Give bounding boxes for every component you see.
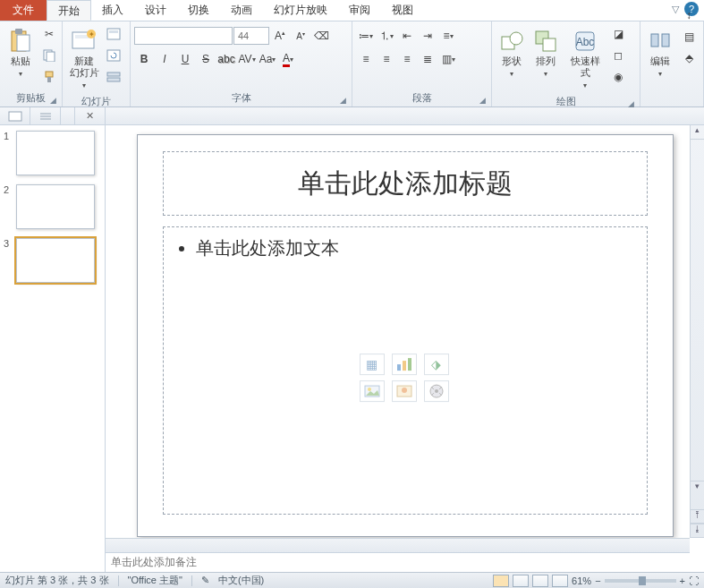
tab-animation[interactable]: 动画 (220, 0, 263, 21)
underline-button[interactable]: U (175, 49, 195, 69)
content-placeholder[interactable]: 单击此处添加文本 ▦ ⬗ (163, 226, 648, 515)
insert-smartart-icon[interactable]: ⬗ (424, 354, 449, 375)
paragraph-dialog-icon[interactable]: ◢ (479, 96, 486, 105)
tab-slideshow[interactable]: 幻灯片放映 (263, 0, 338, 21)
underline-icon: U (182, 53, 190, 65)
slide-canvas[interactable]: 单击此处添加标题 单击此处添加文本 ▦ ⬗ (137, 134, 674, 537)
outline-tab[interactable] (30, 107, 61, 124)
zoom-out-button[interactable]: − (595, 575, 600, 586)
group-drawing: 形状▾ 排列▾ Abc 快速样式▾ ◪ ◻ ◉ 绘图◢ (492, 21, 640, 107)
clipboard-dialog-icon[interactable]: ◢ (50, 96, 56, 105)
svg-rect-4 (47, 52, 55, 62)
insert-chart-icon[interactable] (392, 354, 417, 375)
line-spacing-button[interactable]: ≡▾ (438, 26, 458, 46)
status-language[interactable]: 中文(中国) (218, 574, 264, 587)
insert-table-icon[interactable]: ▦ (360, 354, 385, 375)
italic-button[interactable]: I (155, 49, 174, 69)
scroll-up-icon[interactable]: ▴ (691, 125, 704, 140)
spellcheck-icon[interactable]: ✎ (201, 575, 209, 586)
font-dialog-icon[interactable]: ◢ (340, 96, 346, 105)
shadow-button[interactable]: abc (216, 49, 236, 69)
font-color-button[interactable]: A▾ (278, 49, 298, 69)
strike-button[interactable]: S (196, 49, 216, 69)
tab-review[interactable]: 审阅 (338, 0, 381, 21)
align-text-button[interactable]: ▤ (679, 27, 699, 47)
thumbnail-3[interactable]: 3 (4, 238, 101, 283)
normal-view-button[interactable] (493, 575, 509, 587)
zoom-in-button[interactable]: + (680, 575, 685, 586)
sorter-view-button[interactable] (513, 575, 529, 587)
svg-rect-24 (9, 112, 21, 121)
effects-icon: ◉ (614, 71, 623, 83)
shadow-icon: abc (217, 53, 234, 65)
reading-view-button[interactable] (532, 575, 548, 587)
title-placeholder[interactable]: 单击此处添加标题 (163, 151, 648, 216)
thumbnail-1[interactable]: 1 (4, 131, 101, 175)
minimize-ribbon-icon[interactable]: ▽ (672, 4, 679, 15)
paste-button[interactable]: 粘贴▾ (4, 24, 38, 82)
zoom-percent[interactable]: 61% (572, 575, 591, 586)
quick-styles-button[interactable]: Abc 快速样式▾ (564, 24, 606, 94)
smartart-button[interactable]: ⬘ (679, 48, 699, 68)
shape-fill-button[interactable]: ◪ (608, 24, 628, 44)
tab-transition[interactable]: 切换 (177, 0, 220, 21)
format-painter-button[interactable] (39, 67, 59, 87)
spacing-button[interactable]: AV▾ (237, 49, 257, 69)
cut-button[interactable]: ✂ (39, 24, 59, 44)
align-center-button[interactable]: ≡ (377, 49, 396, 69)
arrange-button[interactable]: 排列▾ (530, 24, 562, 82)
insert-media-icon[interactable] (424, 380, 449, 402)
fit-window-button[interactable]: ⛶ (689, 575, 699, 586)
font-name-input[interactable] (134, 27, 233, 45)
justify-button[interactable]: ≣ (418, 49, 437, 69)
increase-indent-button[interactable]: ⇥ (418, 26, 437, 46)
drawing-dialog-icon[interactable]: ◢ (628, 99, 634, 108)
align-left-button[interactable]: ≡ (356, 49, 376, 69)
zoom-slider[interactable] (605, 579, 676, 583)
tab-home[interactable]: 开始 (47, 0, 91, 21)
svg-point-36 (435, 389, 438, 393)
insert-clipart-icon[interactable] (392, 380, 417, 402)
grow-font-button[interactable]: A▴ (270, 26, 290, 46)
decrease-indent-button[interactable]: ⇤ (397, 26, 417, 46)
bullets-button[interactable]: ≔▾ (356, 26, 376, 46)
tab-design[interactable]: 设计 (134, 0, 177, 21)
bold-button[interactable]: B (134, 49, 154, 69)
columns-button[interactable]: ▥▾ (438, 49, 458, 69)
outdent-icon: ⇤ (403, 30, 411, 42)
thumbnail-2[interactable]: 2 (4, 184, 101, 229)
italic-icon: I (163, 53, 165, 65)
outline-icon: ◻ (614, 49, 623, 62)
slides-tab[interactable] (0, 107, 30, 124)
tab-insert[interactable]: 插入 (91, 0, 134, 21)
horizontal-scrollbar[interactable] (106, 538, 690, 552)
section-button[interactable] (104, 67, 123, 87)
shrink-font-button[interactable]: A▾ (291, 26, 310, 46)
close-pane-button[interactable]: ✕ (74, 107, 105, 124)
new-slide-button[interactable]: ✦ 新建 幻灯片 ▾ (66, 24, 102, 94)
reset-button[interactable] (104, 46, 123, 65)
next-slide-button[interactable]: ⭳ (691, 524, 704, 538)
editing-button[interactable]: 编辑▾ (644, 24, 676, 82)
scroll-down-icon[interactable]: ▾ (691, 481, 704, 495)
font-size-input[interactable] (233, 27, 269, 45)
tab-view[interactable]: 视图 (381, 0, 424, 21)
notes-pane[interactable]: 单击此处添加备注 (106, 552, 690, 572)
svg-text:Abc: Abc (576, 36, 595, 48)
insert-picture-icon[interactable] (360, 380, 385, 402)
numbering-button[interactable]: ⒈▾ (377, 26, 396, 46)
vertical-scrollbar[interactable]: ▴ ▾ ⭱ ⭳ (690, 125, 704, 538)
change-case-button[interactable]: Aa▾ (258, 49, 277, 69)
prev-slide-button[interactable]: ⭱ (691, 509, 704, 524)
shape-outline-button[interactable]: ◻ (608, 46, 628, 65)
slideshow-view-button[interactable] (552, 575, 568, 587)
shapes-button[interactable]: 形状▾ (496, 24, 528, 82)
align-right-icon: ≡ (403, 53, 410, 65)
shape-effects-button[interactable]: ◉ (608, 67, 628, 87)
tab-file[interactable]: 文件 (0, 0, 47, 21)
layout-button[interactable] (104, 24, 123, 44)
text-direction-button[interactable]: ↕ (679, 5, 699, 25)
align-right-button[interactable]: ≡ (397, 49, 417, 69)
copy-button[interactable] (39, 46, 59, 65)
clear-format-button[interactable]: ⌫ (311, 26, 331, 46)
